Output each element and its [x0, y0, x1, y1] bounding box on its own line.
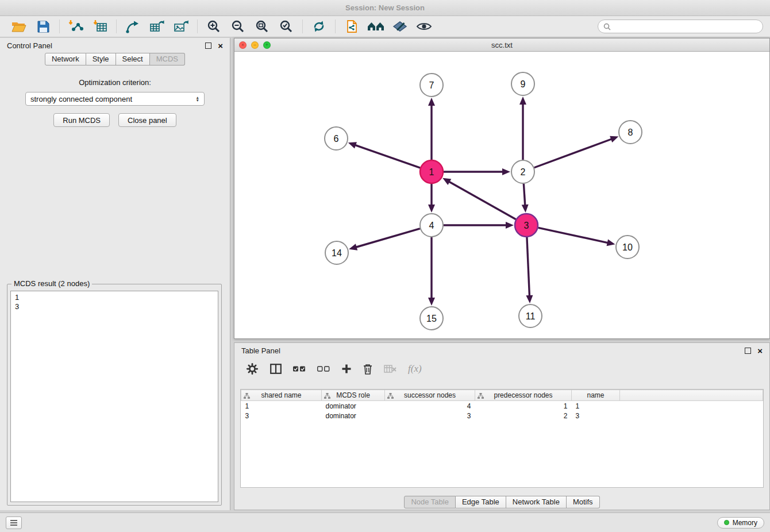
window-minimize-button[interactable]: − [251, 41, 259, 49]
function-builder-button[interactable]: f(x) [408, 363, 422, 375]
network-canvas[interactable]: 7968124314101511 [234, 52, 769, 338]
graph-node-label: 10 [622, 242, 633, 252]
table-header-row: shared name MCDS role successor nodes [241, 390, 763, 401]
zoom-in-button[interactable] [202, 17, 225, 36]
eye-icon [416, 22, 432, 31]
table-cell[interactable]: 1 [475, 401, 572, 411]
graph-edge-1-6[interactable] [355, 145, 420, 168]
graph-edge-2-8[interactable] [534, 139, 612, 168]
close-table-panel-icon[interactable]: × [757, 346, 763, 355]
table-cell[interactable]: dominator [322, 411, 385, 421]
export-network-icon [126, 20, 140, 33]
delete-table-button[interactable] [384, 364, 396, 373]
toolbar-separator [197, 20, 198, 33]
column-header-successor-nodes[interactable]: successor nodes [385, 390, 475, 401]
tab-node-table[interactable]: Node Table [404, 496, 456, 508]
float-panel-icon[interactable] [205, 43, 211, 49]
network-window-title: scc.txt [234, 41, 769, 49]
criterion-dropdown[interactable]: strongly connected component ▲▼ [25, 92, 205, 106]
tab-mcds[interactable]: MCDS [150, 53, 185, 65]
mcds-result-list[interactable]: 13 [10, 291, 218, 502]
table-row[interactable]: 3dominator323 [241, 411, 763, 421]
memory-button[interactable]: Memory [717, 517, 764, 529]
zoom-selected-icon [279, 20, 293, 33]
home-button[interactable] [364, 17, 387, 36]
graph-edge-2-3[interactable] [523, 184, 525, 206]
select-all-button[interactable] [293, 365, 306, 372]
import-table-button[interactable] [88, 17, 111, 36]
column-header-mcds-role[interactable]: MCDS role [322, 390, 385, 401]
home-icon [367, 21, 384, 32]
tab-network[interactable]: Network [45, 53, 86, 65]
network-window-titlebar[interactable]: scc.txt × − + [234, 38, 769, 52]
table-cell[interactable]: 3 [385, 411, 475, 421]
table-cell[interactable]: 3 [572, 411, 620, 421]
float-table-panel-icon[interactable] [745, 348, 751, 354]
deselect-all-button[interactable] [317, 365, 330, 372]
zoom-in-icon [207, 20, 221, 33]
close-panel-icon[interactable]: × [218, 41, 223, 50]
zoom-fit-button[interactable] [251, 17, 274, 36]
table-cell[interactable]: 3 [241, 411, 322, 421]
graph-edge-arrow [428, 298, 435, 306]
zoom-selected-button[interactable] [275, 17, 298, 36]
save-session-button[interactable] [32, 17, 55, 36]
panel-chooser-button[interactable] [6, 516, 22, 529]
graph-node-label: 3 [524, 221, 529, 230]
table-panel: Table Panel × [234, 342, 770, 510]
table-cell[interactable]: 1 [241, 401, 322, 411]
search-icon [603, 23, 611, 30]
network-file-button[interactable] [340, 17, 363, 36]
graph-node-label: 7 [429, 80, 434, 90]
tab-network-table[interactable]: Network Table [506, 496, 567, 508]
tab-select[interactable]: Select [116, 53, 150, 65]
column-header-predecessor-nodes[interactable]: predecessor nodes [475, 390, 572, 401]
graph-edge-3-11[interactable] [527, 237, 530, 296]
tab-style[interactable]: Style [86, 53, 116, 65]
table-settings-button[interactable] [246, 363, 259, 375]
table-cell[interactable]: 2 [475, 411, 572, 421]
run-mcds-button[interactable]: Run MCDS [53, 113, 110, 127]
column-tree-icon [324, 393, 330, 399]
column-header-shared-name[interactable]: shared name [241, 390, 322, 401]
open-session-button[interactable] [7, 17, 30, 36]
control-panel-tabs: Network Style Select MCDS [0, 53, 230, 65]
refresh-network-button[interactable] [307, 17, 330, 36]
graph-node-label: 4 [429, 221, 434, 230]
import-network-button[interactable] [64, 17, 87, 36]
table-cell[interactable]: 4 [385, 401, 475, 411]
network-graph: 7968124314101511 [234, 52, 769, 338]
search-field[interactable] [598, 20, 763, 33]
export-table-button[interactable] [145, 17, 168, 36]
tab-motifs[interactable]: Motifs [567, 496, 600, 508]
table-panel-title: Table Panel [241, 346, 280, 355]
zoom-out-button[interactable] [226, 17, 249, 36]
column-header-name[interactable]: name [572, 390, 620, 401]
table-cell[interactable]: 1 [572, 401, 620, 411]
graph-node-label: 2 [521, 167, 526, 177]
graph-edge-arrow [526, 295, 533, 303]
delete-column-button[interactable] [363, 364, 372, 375]
tab-edge-table[interactable]: Edge Table [456, 496, 506, 508]
window-close-button[interactable]: × [239, 41, 247, 49]
dropdown-arrows-icon: ▲▼ [196, 96, 199, 102]
show-columns-button[interactable] [270, 364, 282, 374]
show-hide-button[interactable] [413, 17, 436, 36]
close-panel-button[interactable]: Close panel [118, 113, 176, 127]
table-row[interactable]: 1dominator411 [241, 401, 763, 411]
memory-status-icon [724, 520, 729, 525]
status-bar: Memory [0, 512, 770, 532]
graph-edge-3-1[interactable] [449, 182, 516, 219]
window-zoom-button[interactable]: + [263, 41, 271, 49]
style-button[interactable] [388, 17, 411, 36]
graph-edge-3-10[interactable] [538, 228, 609, 242]
search-input[interactable] [614, 22, 757, 32]
graph-edge-arrow [506, 222, 514, 229]
import-table-icon [93, 20, 107, 33]
add-column-button[interactable] [341, 364, 352, 374]
table-cell[interactable]: dominator [322, 401, 385, 411]
export-network-button[interactable] [121, 17, 144, 36]
memory-label: Memory [733, 519, 757, 527]
graph-edge-4-14[interactable] [356, 229, 420, 248]
export-image-button[interactable] [170, 17, 192, 36]
